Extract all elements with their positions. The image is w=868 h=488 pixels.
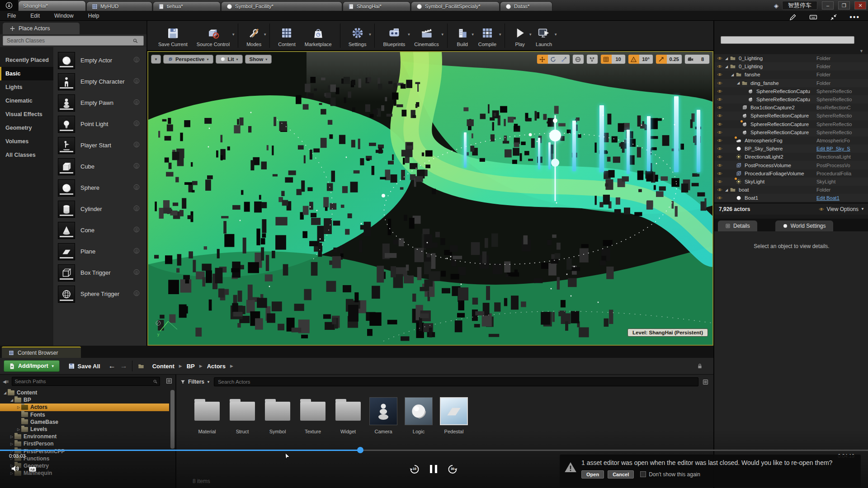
expand-caret-icon[interactable]: ◢ [725, 65, 730, 69]
tree-folder-fonts[interactable]: Fonts [0, 411, 169, 418]
viewport-options-button[interactable]: ▼ [151, 55, 161, 64]
outliner-row[interactable]: ◢fansheFolder [714, 70, 868, 79]
app-title-button[interactable]: 智慧停车 [782, 1, 817, 10]
world-local-toggle[interactable] [573, 55, 584, 64]
viewport-scene[interactable] [148, 52, 712, 345]
window-tab-3[interactable]: Symbol_Facility* [221, 1, 342, 11]
tree-scrollbar[interactable] [170, 390, 175, 449]
tree-caret-icon[interactable]: ▷ [16, 405, 21, 409]
visibility-eye-icon[interactable] [714, 170, 725, 177]
place-actor-cube[interactable]: Cube [58, 156, 145, 177]
outliner-row[interactable]: ◢boatFolder [714, 186, 868, 194]
place-actor-box-trigger[interactable]: Box Trigger [58, 262, 145, 283]
visibility-eye-icon[interactable] [714, 88, 725, 94]
outliner-header-caret-icon[interactable]: ▼ [859, 49, 863, 53]
drag-grip-icon[interactable] [133, 226, 140, 235]
outliner-row[interactable]: SphereReflectionCaptureSphereReflectio [714, 120, 868, 128]
outliner-row[interactable]: BP_Sky_SphereEdit BP_Sky_S [714, 145, 868, 153]
expand-caret-icon[interactable]: ◢ [725, 188, 730, 192]
tree-folder-geometry[interactable]: ▷Geometry [0, 462, 169, 469]
place-actor-sphere[interactable]: Sphere [58, 177, 145, 198]
breadcrumb-actors[interactable]: Actors [207, 363, 226, 370]
shrink-icon[interactable] [830, 13, 838, 21]
visibility-eye-icon[interactable] [714, 178, 725, 185]
sidebar-category-geometry[interactable]: Geometry [0, 121, 53, 135]
window-tab-2[interactable]: tiehua* [153, 1, 221, 11]
asset-widget[interactable]: Widget [334, 397, 363, 434]
window-tab-0[interactable]: ShangHai* [18, 0, 86, 11]
minimize-button[interactable]: – [822, 1, 834, 9]
drag-grip-icon[interactable] [133, 162, 140, 171]
close-button[interactable]: ✕ [854, 1, 866, 9]
outliner-row[interactable]: AtmosphericFogAtmosphericFo [714, 136, 868, 145]
window-tab-4[interactable]: ShangHai* [343, 1, 410, 11]
camera-speed-value[interactable]: 8 [696, 55, 709, 64]
tree-folder-environment[interactable]: ▷Environment [0, 433, 169, 440]
toast-open-button[interactable]: Open [581, 470, 604, 479]
captions-button[interactable] [28, 465, 37, 474]
camera-speed-button[interactable] [685, 55, 696, 64]
place-actor-point-light[interactable]: Point Light [58, 113, 145, 135]
visibility-eye-icon[interactable] [714, 195, 725, 201]
place-actor-cone[interactable]: Cone [58, 220, 145, 241]
tree-caret-icon[interactable]: ◢ [9, 398, 14, 402]
sources-list-view-icon[interactable] [165, 377, 173, 385]
visibility-eye-icon[interactable] [714, 104, 725, 111]
outliner-row[interactable]: ◢0_LightingFolder [714, 54, 868, 62]
expand-caret-icon[interactable]: ◢ [731, 73, 736, 77]
sidebar-category-all-classes[interactable]: All Classes [0, 148, 53, 162]
drag-grip-icon[interactable] [133, 99, 140, 108]
breadcrumb-bp[interactable]: BP [187, 363, 195, 370]
tree-folder-firstperson[interactable]: ▷FirstPerson [0, 440, 169, 447]
visibility-eye-icon[interactable] [714, 71, 725, 78]
scale-snap-value[interactable]: 0.25 [667, 55, 682, 64]
toolbar-compile-button[interactable]: Compile▼ [474, 21, 501, 51]
video-progress-bar[interactable] [0, 450, 868, 451]
video-progress-handle[interactable] [357, 447, 363, 453]
grid-snap-value[interactable]: 10 [612, 55, 625, 64]
rotation-snap-toggle[interactable] [628, 55, 639, 64]
outliner-row[interactable]: SphereReflectionCaptureSphereReflectio [714, 128, 868, 136]
surface-snapping-button[interactable] [587, 55, 598, 64]
visibility-eye-icon[interactable] [714, 55, 725, 61]
more-options-icon[interactable]: ••• [849, 13, 860, 21]
window-tab-1[interactable]: MyHUD [86, 1, 152, 11]
asset-camera[interactable]: Camera [369, 397, 398, 434]
sidebar-category-visual-effects[interactable]: Visual Effects [0, 108, 53, 121]
visibility-eye-icon[interactable] [714, 121, 725, 127]
outliner-row[interactable]: SphereReflectionCaptureSphereReflectio [714, 112, 868, 120]
scale-tool-button[interactable] [559, 55, 570, 64]
asset-logic[interactable]: Logic [404, 397, 433, 434]
tree-caret-icon[interactable]: ▷ [16, 427, 21, 432]
toolbar-settings-button[interactable]: Settings▼ [344, 21, 371, 51]
tree-caret-icon[interactable]: ▷ [9, 435, 14, 439]
content-browser-tab[interactable]: Content Browser [2, 347, 81, 358]
visibility-eye-icon[interactable] [714, 154, 725, 160]
toolbar-save-current-button[interactable]: Save Current [154, 21, 192, 51]
tree-folder-bp[interactable]: ◢BP [0, 396, 169, 404]
visibility-eye-icon[interactable] [714, 137, 725, 144]
drag-grip-icon[interactable] [133, 77, 140, 86]
back-arrow-button[interactable]: ← [108, 362, 116, 370]
search-paths-input[interactable] [12, 377, 160, 386]
place-actors-tab[interactable]: Place Actors [3, 23, 80, 34]
outliner-edit-link[interactable]: Edit BP_Sky_S [816, 146, 867, 151]
toolbar-marketplace-button[interactable]: Marketplace [300, 21, 336, 51]
tree-caret-icon[interactable]: ▷ [9, 442, 14, 446]
tree-folder-mannequin[interactable]: ▷Mannequin [0, 469, 169, 477]
dont-show-again-checkbox[interactable] [640, 471, 646, 477]
drag-grip-icon[interactable] [133, 205, 140, 214]
edit-pencil-icon[interactable] [789, 13, 797, 21]
save-all-button[interactable]: Save All [64, 362, 104, 370]
sidebar-category-cinematic[interactable]: Cinematic [0, 94, 53, 108]
toolbar-cinematics-button[interactable]: Cinematics▼ [410, 21, 443, 51]
toolbar-source-control-button[interactable]: Source Control▼ [192, 21, 234, 51]
outliner-row[interactable]: ◢0_LightingFolder [714, 62, 868, 70]
forward-arrow-button[interactable]: → [120, 362, 127, 370]
tree-folder-content[interactable]: ◢Content [0, 389, 169, 396]
toolbar-modes-button[interactable]: Modes▼ [242, 21, 266, 51]
drag-grip-icon[interactable] [133, 268, 140, 277]
keyboard-icon[interactable] [809, 13, 818, 22]
menu-item-help[interactable]: Help [81, 13, 107, 19]
tab-world-settings[interactable]: World Settings [775, 221, 833, 231]
